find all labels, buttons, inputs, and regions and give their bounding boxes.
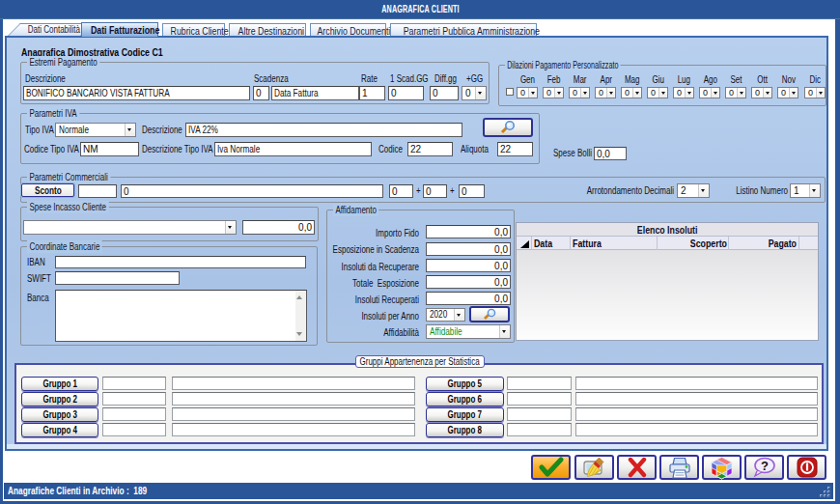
- svg-text:?: ?: [761, 459, 769, 473]
